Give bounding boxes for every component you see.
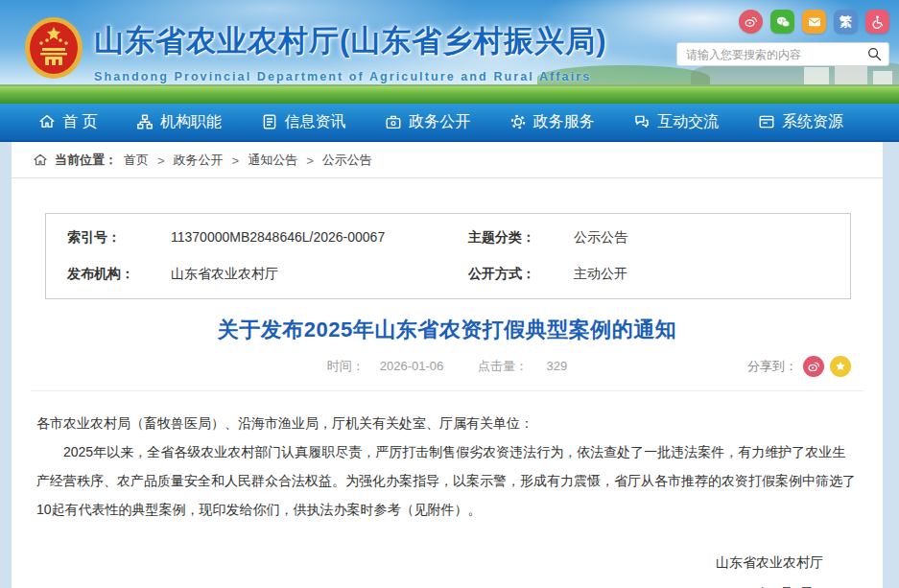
nav-item-resources[interactable]: 系统资源 <box>758 112 843 132</box>
nav-item-interaction[interactable]: 互动交流 <box>633 112 719 132</box>
breadcrumb-item-home[interactable]: 首页 <box>124 152 149 169</box>
meta-label-category: 主题分类： <box>468 229 574 247</box>
meta-value-issuer: 山东省农业农村厅 <box>171 266 468 283</box>
exchange-icon <box>633 113 651 130</box>
article-paragraph-salutation: 各市农业农村局（畜牧兽医局）、沿海市渔业局，厅机关有关处室、厅属有关单位： <box>36 409 856 437</box>
site-title: 山东省农业农村厅(山东省乡村振兴局) <box>94 21 607 61</box>
search-icon[interactable] <box>866 46 883 62</box>
home-icon <box>38 113 56 130</box>
wechat-icon[interactable] <box>770 10 794 34</box>
content-area: 当前位置： 首页 > 政务公开 > 通知公告 > 公示公告 索引号： 11370… <box>12 142 883 588</box>
traditional-chinese-toggle[interactable]: 繁 <box>834 10 858 34</box>
qzone-star-icon[interactable] <box>830 356 851 377</box>
meta-value-index: 11370000MB2848646L/2026-00067 <box>171 229 468 247</box>
time-label: 时间： <box>327 359 365 373</box>
share-label: 分享到： <box>747 358 797 375</box>
nav-label: 政务服务 <box>533 112 595 132</box>
document-icon <box>261 113 278 130</box>
search-box[interactable] <box>676 42 889 66</box>
nav-label: 系统资源 <box>782 112 843 132</box>
main-navigation: 首 页 机构职能 信息资讯 政务公开 政务服务 互动交流 系统资源 <box>0 104 899 142</box>
article-title: 关于发布2025年山东省农资打假典型案例的通知 <box>12 316 883 344</box>
monitor-icon <box>758 113 775 130</box>
site-subtitle: Shandong Provincial Department of Agricu… <box>94 70 607 83</box>
share-bar: 分享到： <box>747 356 851 377</box>
breadcrumb-separator: > <box>306 153 314 168</box>
article-body: 各市农业农村局（畜牧兽医局）、沿海市渔业局，厅机关有关处室、厅属有关单位： 20… <box>12 391 883 524</box>
breadcrumb-item-notices[interactable]: 通知公告 <box>248 152 297 169</box>
meta-value-category: 公示公告 <box>574 229 850 247</box>
home-icon <box>33 153 48 168</box>
breadcrumb-separator: > <box>232 153 240 168</box>
breadcrumb: 当前位置： 首页 > 政务公开 > 通知公告 > 公示公告 <box>12 142 883 178</box>
search-input[interactable] <box>686 48 866 61</box>
national-emblem-logo <box>23 15 84 81</box>
breadcrumb-separator: > <box>157 153 165 168</box>
nav-label: 政务公开 <box>409 112 470 132</box>
weibo-icon[interactable] <box>739 10 763 34</box>
nav-label: 首 页 <box>62 112 97 132</box>
breadcrumb-item-gov-disclosure[interactable]: 政务公开 <box>174 152 224 169</box>
meta-label-mode: 公开方式： <box>468 266 574 283</box>
nav-item-gov-services[interactable]: 政务服务 <box>509 112 595 132</box>
quick-links: 繁 <box>739 10 889 34</box>
hits-value: 329 <box>547 359 568 373</box>
time-value: 2026-01-06 <box>380 359 444 373</box>
article-paragraph-main: 2025年以来，全省各级农业农村部门认真履职尽责，严厉打击制售假劣农资违法行为，… <box>36 437 856 524</box>
nav-item-org[interactable]: 机构职能 <box>136 112 222 132</box>
signature-org: 山东省农业农村厅 <box>12 554 883 572</box>
nav-label: 信息资讯 <box>285 112 346 132</box>
breadcrumb-label: 当前位置： <box>55 152 117 169</box>
nav-label: 机构职能 <box>160 112 222 132</box>
weibo-share-icon[interactable] <box>803 356 824 377</box>
nav-item-home[interactable]: 首 页 <box>38 112 97 132</box>
meta-value-mode: 主动公开 <box>574 266 850 283</box>
nav-item-gov-disclosure[interactable]: 政务公开 <box>385 112 470 132</box>
gear-icon <box>509 113 527 130</box>
breadcrumb-item-announcements[interactable]: 公示公告 <box>322 152 372 169</box>
accessibility-icon[interactable] <box>865 10 889 34</box>
banner-fields <box>0 84 899 104</box>
mail-icon[interactable] <box>802 10 826 34</box>
nav-label: 互动交流 <box>657 112 719 132</box>
nav-item-news[interactable]: 信息资讯 <box>261 112 346 132</box>
hits-label: 点击量： <box>478 359 528 373</box>
meta-label-issuer: 发布机构： <box>67 266 171 283</box>
site-banner: 山东省农业农村厅(山东省乡村振兴局) Shandong Provincial D… <box>0 0 899 104</box>
org-chart-icon <box>136 113 154 130</box>
meta-label-index: 索引号： <box>67 229 171 247</box>
briefcase-icon <box>385 113 402 130</box>
document-meta-table: 索引号： 11370000MB2848646L/2026-00067 主题分类：… <box>45 213 851 299</box>
